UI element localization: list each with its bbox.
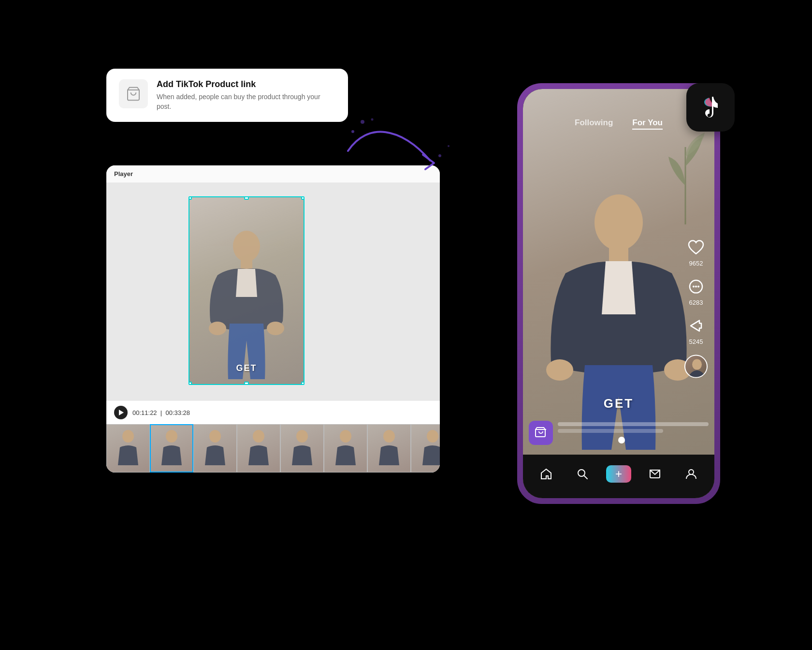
svg-point-16	[383, 430, 395, 443]
svg-point-13	[253, 430, 264, 443]
person-figure-svg	[203, 229, 290, 384]
svg-point-24	[693, 286, 695, 288]
filmstrip-item[interactable]	[411, 424, 440, 473]
shopping-progress	[558, 422, 709, 443]
phone-top-nav: Following For You	[523, 89, 714, 136]
handle-tm[interactable]	[244, 196, 249, 200]
filmstrip-person-4	[246, 429, 271, 468]
filmstrip-person-5	[290, 429, 314, 468]
plant-decoration	[666, 128, 705, 224]
svg-point-8	[209, 322, 226, 335]
svg-point-10	[122, 430, 134, 443]
product-cart-icon	[119, 79, 148, 108]
svg-point-9	[267, 322, 284, 335]
progress-bar-full	[558, 422, 709, 426]
svg-point-3	[371, 118, 374, 121]
arrow-decoration: .arrow-path { fill: none; stroke: #6b44c…	[329, 112, 454, 190]
svg-point-27	[692, 359, 702, 370]
nav-create-button[interactable]: +	[607, 465, 631, 483]
phone-person-svg	[541, 189, 696, 459]
product-card-title: Add TikTok Product link	[157, 79, 335, 89]
filmstrip-item[interactable]	[106, 424, 150, 473]
filmstrip-person-2	[160, 429, 184, 468]
comment-action[interactable]: 6283	[686, 277, 706, 306]
shopping-cart-button[interactable]	[529, 421, 553, 445]
handle-bl[interactable]	[188, 382, 192, 385]
tiktok-logo	[686, 83, 735, 132]
create-plus-icon[interactable]: +	[606, 465, 631, 483]
svg-point-20	[546, 359, 573, 381]
like-count: 9652	[689, 260, 703, 267]
handle-tl[interactable]	[188, 196, 192, 200]
creator-avatar	[684, 355, 708, 378]
share-action[interactable]: 5245	[686, 316, 706, 345]
video-editor-panel: Player	[106, 165, 440, 473]
filmstrip-item[interactable]	[237, 424, 280, 473]
progress-dot	[618, 437, 625, 443]
filmstrip-item-active[interactable]	[150, 424, 193, 473]
svg-point-31	[689, 470, 694, 474]
creator-avatar-action[interactable]	[684, 355, 708, 378]
svg-line-30	[584, 476, 587, 479]
filmstrip-person-1	[116, 429, 140, 468]
share-icon	[686, 316, 706, 336]
nav-search-button[interactable]	[570, 468, 594, 480]
phone-mockup: Following For You 9652	[517, 83, 720, 504]
phone-shopping-bar[interactable]	[529, 421, 709, 445]
filmstrip-person-8	[420, 429, 440, 468]
svg-rect-7	[241, 259, 252, 269]
handle-br[interactable]	[301, 382, 304, 385]
comment-icon	[686, 277, 706, 297]
handle-tr[interactable]	[301, 196, 304, 200]
video-selection-box[interactable]: GET	[188, 196, 304, 385]
svg-point-5	[448, 145, 450, 147]
svg-point-18	[594, 194, 643, 251]
filmstrip-item[interactable]	[324, 424, 367, 473]
phone-side-actions: 9652 6283	[684, 237, 708, 378]
svg-point-25	[695, 286, 697, 288]
filmstrip-person-7	[377, 429, 401, 468]
product-card-text: Add TikTok Product link When added, peop…	[157, 79, 335, 111]
svg-point-17	[427, 430, 438, 443]
progress-bar-short	[558, 429, 663, 433]
product-card-description: When added, people can buy the product t…	[157, 92, 335, 111]
like-icon	[686, 237, 706, 258]
phone-bottom-nav: +	[523, 455, 714, 498]
comment-count: 6283	[689, 299, 703, 306]
time-display: 00:11:22 | 00:33:28	[132, 409, 190, 416]
nav-profile-button[interactable]	[679, 468, 703, 480]
phone-get-label: GET	[604, 396, 634, 411]
editor-video-area[interactable]: GET	[106, 183, 440, 400]
nav-for-you[interactable]: For You	[632, 118, 663, 130]
svg-point-4	[438, 154, 441, 157]
svg-point-6	[233, 231, 260, 262]
editor-controls: 00:11:22 | 00:33:28	[106, 400, 440, 424]
phone-screen: Following For You 9652	[523, 89, 714, 498]
editor-canvas[interactable]: GET	[106, 183, 440, 400]
product-link-card: Add TikTok Product link When added, peop…	[106, 69, 348, 122]
video-thumbnail: GET	[189, 197, 304, 384]
filmstrip[interactable]	[106, 424, 440, 473]
svg-point-1	[351, 130, 354, 133]
filmstrip-item[interactable]	[193, 424, 237, 473]
get-label-editor: GET	[236, 363, 257, 373]
filmstrip-item[interactable]	[280, 424, 324, 473]
nav-home-button[interactable]	[534, 468, 558, 480]
svg-point-2	[361, 120, 364, 124]
svg-point-11	[166, 430, 177, 443]
nav-inbox-button[interactable]	[643, 468, 667, 480]
like-action[interactable]: 9652	[686, 237, 706, 267]
svg-point-26	[697, 286, 699, 288]
svg-point-15	[340, 430, 351, 443]
filmstrip-item[interactable]	[367, 424, 411, 473]
svg-point-14	[296, 430, 308, 443]
nav-following[interactable]: Following	[575, 118, 613, 130]
share-count: 5245	[689, 338, 703, 345]
handle-bm[interactable]	[244, 382, 249, 385]
play-button[interactable]	[114, 406, 128, 419]
svg-point-12	[209, 430, 221, 443]
filmstrip-person-3	[203, 429, 227, 468]
tiktok-logo-icon	[695, 92, 726, 123]
filmstrip-person-6	[334, 429, 358, 468]
